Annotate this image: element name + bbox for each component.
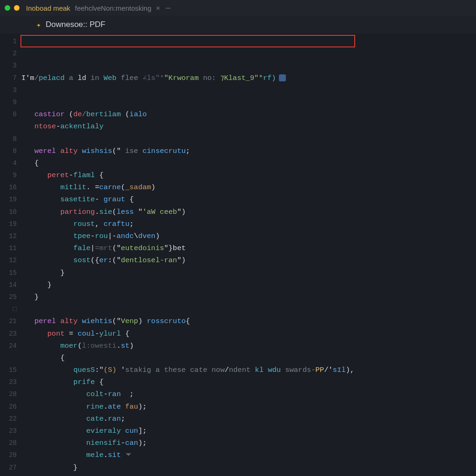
line-number: 14 xyxy=(0,279,21,291)
line-number: 7 xyxy=(0,72,21,84)
line-number: 28 xyxy=(0,388,21,400)
code-line[interactable]: rine.ate fau); xyxy=(21,401,476,413)
window-title: Inoboad meak feehclveNon:mentosking xyxy=(26,4,152,12)
line-number: 1 xyxy=(0,35,21,47)
line-number: 23 xyxy=(0,376,21,388)
line-number: 8 xyxy=(0,145,21,157)
highlight-box xyxy=(20,35,355,47)
code-line[interactable]: ntose-ackentlaly xyxy=(21,120,476,132)
code-line[interactable]: pont = coul-ylurl { xyxy=(21,328,476,340)
editor-window: Inoboad meak feehclveNon:mentosking ✕ — … xyxy=(0,0,476,476)
active-tab-label[interactable]: Downesoe:: PDF xyxy=(46,20,106,29)
code-line[interactable]: sost({er:("dentlosel-ran") xyxy=(21,254,476,266)
code-line[interactable]: quesS:"(S) 'stakig a these cate now/nden… xyxy=(21,364,476,376)
line-number: 24 xyxy=(0,340,21,352)
line-number: 11 xyxy=(0,242,21,254)
line-number: 6 xyxy=(0,108,21,120)
line-number: 4 xyxy=(0,157,21,169)
line-number: □ xyxy=(0,303,21,315)
inline-badge-icon[interactable] xyxy=(279,74,286,81)
line-number: 15 xyxy=(0,364,21,376)
line-number: 28 xyxy=(0,449,21,461)
line-number: 25 xyxy=(0,291,21,303)
traffic-light-green[interactable] xyxy=(5,5,10,11)
code-line[interactable] xyxy=(21,96,476,108)
editor-area: 1237396884916191019121112151425□21232415… xyxy=(0,33,476,476)
code-content[interactable]: I'm/pelacd a ld in Web flee ∠ls"*"Krwora… xyxy=(21,33,476,476)
line-number: 16 xyxy=(0,181,21,193)
code-line[interactable] xyxy=(21,84,476,96)
code-line[interactable]: moer(l:owesti.st) xyxy=(21,340,476,352)
minimize-icon[interactable]: — xyxy=(166,4,171,13)
line-number: 23 xyxy=(0,425,21,437)
code-line[interactable]: roust, craftu; xyxy=(21,218,476,230)
code-line[interactable]: } xyxy=(21,291,476,303)
line-number xyxy=(0,352,21,364)
tab-bar: ✦ Downesoe:: PDF xyxy=(0,16,476,33)
code-line[interactable]: partiong.sie(less "'aW ceeb") xyxy=(21,206,476,218)
line-number-gutter: 1237396884916191019121112151425□21232415… xyxy=(0,33,21,476)
code-line[interactable]: { xyxy=(21,352,476,364)
code-line[interactable]: cate.ran; xyxy=(21,413,476,425)
line-number: 9 xyxy=(0,169,21,181)
code-line[interactable] xyxy=(21,133,476,145)
line-number xyxy=(0,120,21,132)
code-line[interactable]: peret-flaml { xyxy=(21,169,476,181)
code-line[interactable]: tpee-rou|-andc\dven) xyxy=(21,230,476,242)
line-number: 19 xyxy=(0,218,21,230)
code-line[interactable]: } xyxy=(21,474,476,476)
code-line[interactable]: } xyxy=(21,267,476,279)
close-icon[interactable]: ✕ xyxy=(156,4,160,13)
code-line[interactable]: niensifi-can); xyxy=(21,437,476,449)
line-number: 12 xyxy=(0,254,21,266)
line-number: 3 xyxy=(0,60,21,72)
code-line[interactable]: evieraly cun]; xyxy=(21,425,476,437)
line-number: 8 xyxy=(0,133,21,145)
code-line[interactable]: prife { xyxy=(21,376,476,388)
line-number: 15 xyxy=(0,267,21,279)
code-line[interactable]: } xyxy=(21,279,476,291)
code-line[interactable]: castior (de/bertilam (ialo xyxy=(21,108,476,120)
code-line[interactable]: { xyxy=(21,157,476,169)
code-line[interactable]: mele.sit ⏷ xyxy=(21,449,476,461)
line-number: 19 xyxy=(0,193,21,205)
line-number: 22 xyxy=(0,413,21,425)
code-line[interactable]: } xyxy=(21,462,476,474)
line-number: 2 xyxy=(0,47,21,60)
line-number: 28 xyxy=(0,474,21,476)
window-controls xyxy=(5,5,20,11)
line-number: 10 xyxy=(0,206,21,218)
new-tab-icon[interactable]: ✦ xyxy=(36,20,41,30)
title-primary: Inoboad meak xyxy=(26,4,70,12)
code-line[interactable]: I'm/pelacd a ld in Web flee ∠ls"*"Krwora… xyxy=(21,72,476,84)
line-number: 27 xyxy=(0,462,21,474)
line-number: 28 xyxy=(0,437,21,449)
line-number: 9 xyxy=(0,96,21,108)
code-line[interactable]: colt-ran ; xyxy=(21,388,476,400)
code-line[interactable]: sasetite- graut { xyxy=(21,193,476,205)
line-number: 26 xyxy=(0,401,21,413)
line-number: 21 xyxy=(0,315,21,327)
line-number: 23 xyxy=(0,328,21,340)
code-line[interactable]: mitlit. =carne(_sadam) xyxy=(21,181,476,193)
code-line[interactable]: fale|=mrt("eutedoinis"}bet xyxy=(21,242,476,254)
line-number: 12 xyxy=(0,230,21,242)
line-number: 3 xyxy=(0,84,21,96)
title-secondary: feehclveNon:mentosking xyxy=(75,4,151,12)
traffic-light-orange[interactable] xyxy=(14,5,20,11)
code-line[interactable]: perel alty wiehtis("Venp) rosscruto{ xyxy=(21,315,476,327)
code-line[interactable]: werel alty wishsis(" ise cinsecrutu; xyxy=(21,145,476,157)
code-line[interactable] xyxy=(21,303,476,315)
titlebar: Inoboad meak feehclveNon:mentosking ✕ — xyxy=(0,0,476,16)
